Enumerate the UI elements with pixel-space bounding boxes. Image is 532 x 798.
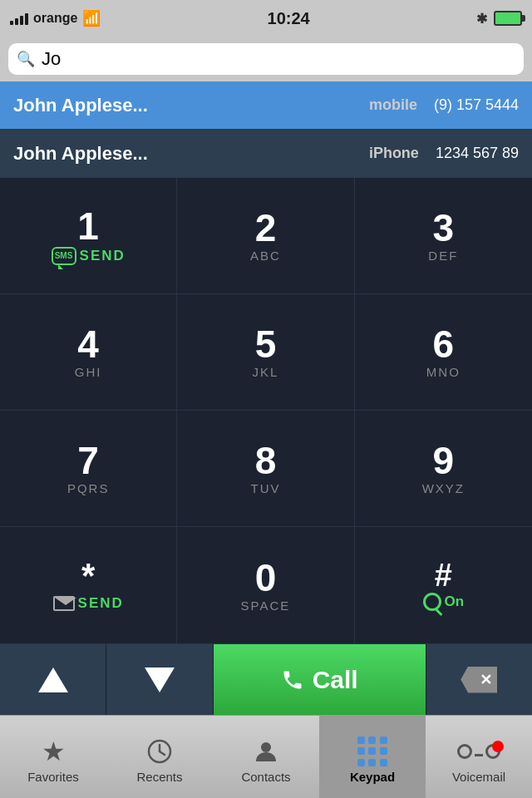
- dial-key-star[interactable]: * Send: [0, 527, 177, 643]
- contacts-icon: [251, 736, 281, 766]
- status-right: ✱: [476, 11, 522, 27]
- dial-key-3[interactable]: 3 DEF: [355, 178, 532, 294]
- search-icon: 🔍: [17, 50, 35, 68]
- dial-key-0[interactable]: 0 Space: [177, 527, 354, 643]
- tab-bar: ★ Favorites Recents Contacts: [0, 715, 532, 798]
- suggestion-type-1: mobile: [369, 96, 417, 114]
- dial-number-6: 6: [433, 325, 455, 363]
- up-arrow-button[interactable]: [0, 644, 106, 715]
- dial-number-0: 0: [255, 559, 277, 597]
- dial-key-8[interactable]: 8 TUV: [177, 411, 354, 527]
- dial-key-4[interactable]: 4 GHI: [0, 294, 177, 411]
- sms-label: SMS Send: [52, 247, 126, 265]
- suggestion-name-2: John Applese...: [13, 143, 369, 165]
- mail-send-label: Send: [53, 595, 124, 612]
- voicemail-icon: [464, 736, 494, 766]
- battery-icon: [494, 11, 522, 26]
- dial-number-3: 3: [433, 209, 455, 247]
- keypad-icon: [357, 736, 387, 766]
- carrier-info: orange 📶: [10, 9, 101, 27]
- call-button[interactable]: Call: [214, 644, 426, 715]
- down-arrow-button[interactable]: [106, 644, 213, 715]
- tab-voicemail[interactable]: Voicemail: [426, 716, 532, 798]
- time-display: 10:24: [268, 9, 310, 28]
- dial-key-7[interactable]: 7 PQRS: [0, 411, 177, 527]
- dial-number-hash: #: [435, 559, 452, 591]
- dial-letters-5: JKL: [253, 365, 279, 379]
- tab-label-contacts: Contacts: [241, 770, 290, 784]
- tab-label-recents: Recents: [136, 770, 182, 784]
- dial-key-6[interactable]: 6 MNO: [355, 294, 532, 411]
- tab-label-keypad: Keypad: [350, 770, 395, 784]
- dial-letters-0: Space: [241, 598, 291, 613]
- backspace-icon: ✕: [461, 667, 497, 693]
- tab-contacts[interactable]: Contacts: [213, 716, 319, 798]
- dial-letters-6: MNO: [426, 365, 461, 379]
- action-bar: Call ✕: [0, 643, 532, 715]
- up-arrow-icon: [38, 667, 68, 692]
- dial-letters-2: ABC: [250, 249, 281, 263]
- dial-letters-7: PQRS: [67, 481, 110, 495]
- dial-key-5[interactable]: 5 JKL: [177, 294, 354, 411]
- dial-letters-3: DEF: [428, 249, 458, 263]
- down-arrow-icon: [145, 667, 175, 692]
- search-on-label: On: [423, 593, 465, 611]
- status-bar: orange 📶 10:24 ✱: [0, 0, 532, 37]
- signal-icon: [10, 12, 28, 25]
- dial-key-9[interactable]: 9 WXYZ: [355, 411, 532, 527]
- search-circle-icon: [423, 593, 441, 611]
- phone-icon: [281, 668, 304, 692]
- svg-line-2: [160, 751, 165, 755]
- tab-favorites[interactable]: ★ Favorites: [0, 716, 106, 798]
- suggestion-number-1: (9) 157 5444: [434, 96, 519, 114]
- suggestion-name-1: John Applese...: [13, 95, 369, 116]
- dial-key-1[interactable]: 1 SMS Send: [0, 178, 177, 294]
- dial-number-8: 8: [255, 441, 277, 480]
- svg-point-3: [261, 742, 271, 752]
- sms-icon: SMS: [52, 247, 76, 265]
- on-label: On: [445, 594, 465, 610]
- tab-label-voicemail: Voicemail: [452, 770, 505, 784]
- dial-key-hash[interactable]: # On: [355, 527, 532, 643]
- dial-number-1: 1: [77, 207, 99, 245]
- dial-number-2: 2: [255, 209, 277, 247]
- recents-icon: [145, 736, 175, 766]
- tab-keypad[interactable]: Keypad: [319, 716, 426, 798]
- tab-label-favorites: Favorites: [27, 770, 79, 784]
- dial-number-5: 5: [255, 325, 277, 363]
- backspace-button[interactable]: ✕: [426, 644, 532, 715]
- dial-key-2[interactable]: 2 ABC: [177, 178, 354, 294]
- suggestion-row-2[interactable]: John Applese... iPhone 1234 567 89: [0, 130, 532, 178]
- carrier-label: orange: [33, 11, 77, 26]
- dial-number-star: *: [81, 559, 95, 594]
- dial-number-7: 7: [77, 441, 99, 480]
- favorites-icon: ★: [38, 736, 68, 766]
- tab-recents[interactable]: Recents: [106, 716, 213, 798]
- dial-number-9: 9: [433, 441, 455, 480]
- suggestion-type-2: iPhone: [369, 145, 419, 162]
- dial-letters-9: WXYZ: [422, 481, 465, 495]
- dial-letters-8: TUV: [250, 481, 280, 495]
- dial-number-4: 4: [77, 325, 99, 363]
- bluetooth-icon: ✱: [476, 11, 487, 27]
- suggestion-row-1[interactable]: John Applese... mobile (9) 157 5444: [0, 81, 532, 130]
- suggestion-number-2: 1234 567 89: [436, 145, 519, 162]
- search-input[interactable]: [42, 48, 515, 70]
- dialpad: 1 SMS Send 2 ABC 3 DEF 4 GHI 5 JKL 6 MNO…: [0, 178, 532, 643]
- dial-letters-4: GHI: [75, 365, 102, 379]
- mail-icon: [53, 596, 75, 611]
- call-label: Call: [313, 666, 358, 694]
- search-bar: 🔍: [0, 37, 532, 81]
- search-input-wrapper[interactable]: 🔍: [8, 43, 524, 75]
- wifi-icon: 📶: [82, 9, 101, 27]
